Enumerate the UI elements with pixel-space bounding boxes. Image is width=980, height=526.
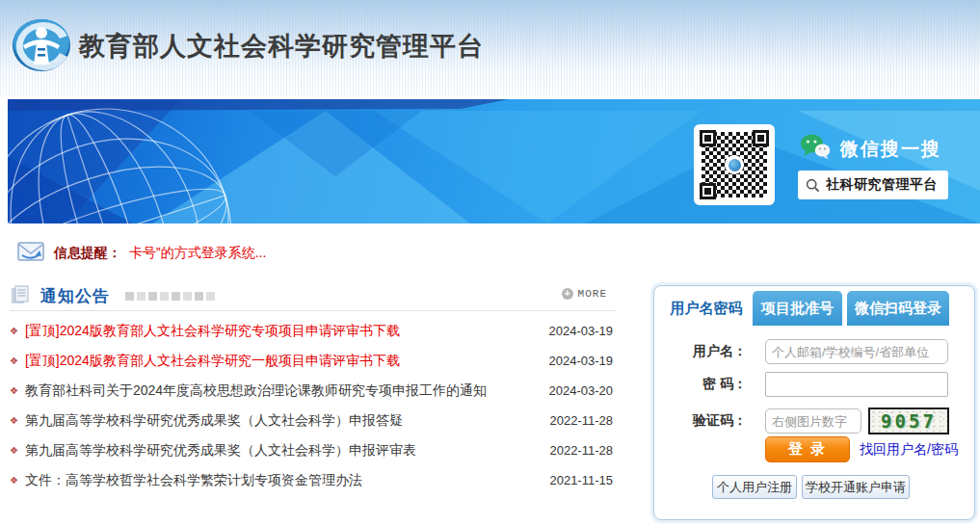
site-logo <box>12 16 75 74</box>
captcha-digits: 9057 <box>881 410 937 432</box>
search-icon <box>806 178 820 193</box>
notice-section: 通知公告 + MORE [置顶]2024版教育部人文社会科学研究专项项目申请评审… <box>10 282 617 495</box>
tab-project-number[interactable]: 项目批准号 <box>753 291 842 326</box>
login-panel: 用户名密码 项目批准号 微信扫码登录 用户名： 密 码： 验证码： 9057 登… <box>653 285 975 520</box>
info-label: 信息提醒： <box>54 245 121 262</box>
more-link[interactable]: + MORE <box>562 288 607 300</box>
notice-item-date: 2024-03-20 <box>549 383 618 398</box>
captcha-image[interactable]: 9057 <box>868 408 949 434</box>
notice-item-link[interactable]: 第九届高等学校科学研究优秀成果奖（人文社会科学）申报评审表 <box>25 442 416 460</box>
wechat-search-keyword: 社科研究管理平台 <box>826 176 938 194</box>
notice-item: [置顶]2024版教育部人文社会科学研究一般项目申请评审书下载 2024-03-… <box>10 346 617 376</box>
wechat-search-box: 社科研究管理平台 <box>798 171 948 199</box>
notice-item-link[interactable]: 文件：高等学校哲学社会科学繁荣计划专项资金管理办法 <box>25 472 362 489</box>
captcha-input[interactable] <box>765 408 861 434</box>
notice-item: [置顶]2024版教育部人文社会科学研究专项项目申请评审书下载 2024-03-… <box>10 316 617 346</box>
login-button[interactable]: 登 录 <box>765 436 850 462</box>
notice-item: 文件：高等学校哲学社会科学繁荣计划专项资金管理办法 2021-11-15 <box>10 465 617 495</box>
notice-item: 第九届高等学校科学研究优秀成果奖（人文社会科学）申报答疑 2022-11-28 <box>10 406 617 435</box>
notice-header: 通知公告 + MORE <box>10 282 617 311</box>
username-label: 用户名： <box>654 343 755 360</box>
username-input[interactable] <box>765 339 948 364</box>
wechat-icon <box>800 134 831 164</box>
notice-item: 第九届高等学校科学研究优秀成果奖（人文社会科学）申报评审表 2022-11-28 <box>10 435 617 465</box>
notice-item-date: 2022-11-28 <box>549 413 617 428</box>
page-title: 教育部人文社会科学研究管理平台 <box>79 29 484 64</box>
captcha-label: 验证码： <box>654 412 755 430</box>
wechat-search-title: 微信搜一搜 <box>840 137 941 162</box>
notice-item-date: 2021-11-15 <box>549 473 617 487</box>
school-account-apply-button[interactable]: 学校开通账户申请 <box>802 475 910 499</box>
notice-item-date: 2024-03-19 <box>549 324 618 338</box>
notice-item-link[interactable]: 教育部社科司关于2024年度高校思想政治理论课教师研究专项申报工作的通知 <box>25 382 487 400</box>
info-bar: 信息提醒： 卡号”的方式登录系统... <box>0 231 980 276</box>
notice-item: 教育部社科司关于2024年度高校思想政治理论课教师研究专项申报工作的通知 202… <box>10 376 617 406</box>
notice-item-date: 2024-03-19 <box>549 354 618 368</box>
tab-wechat-scan[interactable]: 微信扫码登录 <box>847 291 949 326</box>
document-icon <box>10 284 31 309</box>
decorative-squares <box>125 292 218 301</box>
tab-username-password[interactable]: 用户名密码 <box>664 291 749 326</box>
info-message: 卡号”的方式登录系统... <box>129 245 266 262</box>
notice-item-date: 2022-11-28 <box>549 443 617 458</box>
notice-item-link[interactable]: [置顶]2024版教育部人文社会科学研究一般项目申请评审书下载 <box>25 353 400 370</box>
page: 教育部人文社会科学研究管理平台 <box>0 0 980 526</box>
recover-username-password-link[interactable]: 找回用户名/密码 <box>860 441 958 459</box>
qr-pattern <box>702 132 767 197</box>
notice-item-link[interactable]: 第九届高等学校科学研究优秀成果奖（人文社会科学）申报答疑 <box>25 412 403 430</box>
plus-icon: + <box>562 288 573 300</box>
notice-title: 通知公告 <box>40 285 110 307</box>
password-label: 密 码： <box>654 376 755 393</box>
site-header: 教育部人文社会科学研究管理平台 <box>0 0 980 96</box>
mail-icon <box>17 241 44 266</box>
notice-item-link[interactable]: [置顶]2024版教育部人文社会科学研究专项项目申请评审书下载 <box>25 323 400 340</box>
notice-list: [置顶]2024版教育部人文社会科学研究专项项目申请评审书下载 2024-03-… <box>10 316 617 495</box>
qr-code <box>694 124 775 205</box>
banner: 微信搜一搜 社科研究管理平台 <box>8 99 980 224</box>
password-input[interactable] <box>765 372 948 397</box>
personal-register-button[interactable]: 个人用户注册 <box>712 475 797 499</box>
